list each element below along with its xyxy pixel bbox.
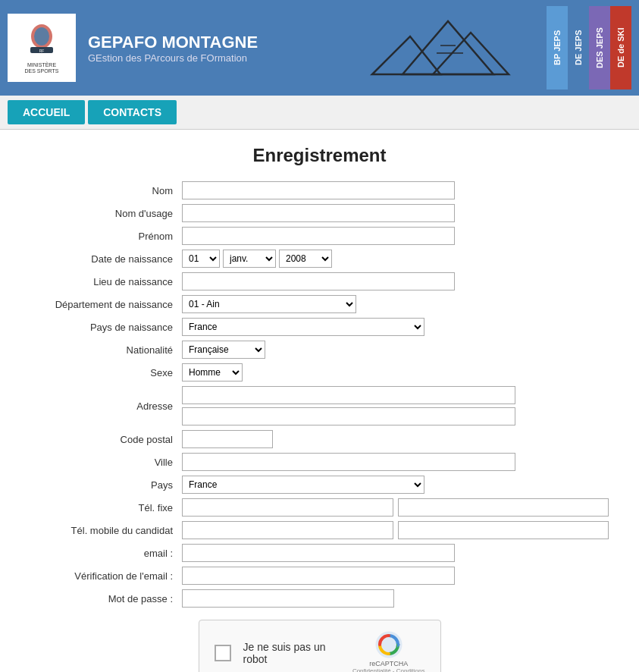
select-pays-naissance[interactable]: France Allemagne Belgique Espagne Italie… [182,318,424,336]
input-lieu-naissance[interactable] [182,272,455,290]
contacts-button[interactable]: CONTACTS [88,100,177,124]
ctrl-email [182,544,609,562]
label-prenom: Prénom [30,231,182,242]
captcha-checkbox[interactable] [215,645,231,661]
label-lieu-naissance: Lieu de naissance [30,276,182,287]
accueil-button[interactable]: ACCUEIL [8,100,85,124]
label-nom: Nom [30,185,182,196]
ministry-line2: DES SPORTS [25,68,59,74]
ctrl-prenom [182,227,609,245]
captcha-logo-area: reCAPTCHA Confidentialité - Conditions [352,631,425,672]
select-day[interactable]: 0102030405 0607080910 1112131415 1617181… [182,250,220,268]
label-pays: Pays [30,479,182,491]
input-prenom[interactable] [182,227,455,245]
page-title: Enregistrement [30,145,609,166]
input-tel-mobile-2[interactable] [398,521,609,539]
input-tel-fixe-2[interactable] [398,498,609,517]
input-tel-mobile-1[interactable] [182,521,393,539]
select-month[interactable]: janv.févr.marsavr. maijuinjuil.août sept… [223,250,276,268]
label-pays-naissance: Pays de naissance [30,322,182,333]
input-ville[interactable] [182,453,515,471]
captcha-box: Je ne suis pas un robot reCAPTCHA Confid… [199,620,441,672]
row-nom: Nom [30,181,609,199]
mountain-graphic [349,14,547,82]
label-tel-mobile: Tél. mobile du candidat [30,525,182,536]
header: RF MINISTÈRE DES SPORTS GEPAFO MONTAGNE … [0,0,639,96]
select-nationalite[interactable]: Française Allemande Belge Espagnole Ital… [182,341,265,359]
label-dept-naissance: Département de naissance [30,299,182,310]
tab-de-jeps[interactable]: DE JEPS [568,6,589,89]
row-tel-fixe: Tél. fixe [30,498,609,517]
navigation: ACCUEIL CONTACTS [0,96,639,130]
app-subtitle: GEstion des PArcours de FOrmation [88,52,349,64]
input-tel-fixe-1[interactable] [182,498,393,517]
label-verif-email: Vérification de l'email : [30,570,182,582]
ctrl-tel-mobile [182,521,609,539]
svg-text:RF: RF [39,49,45,53]
input-email[interactable] [182,544,455,562]
input-code-postal[interactable] [182,430,273,448]
ctrl-adresse [182,386,609,425]
mountain-svg [357,14,539,82]
tab-bp-jeps[interactable]: BP JEPS [547,6,568,89]
label-tel-fixe: Tél. fixe [30,502,182,513]
ctrl-code-postal [182,430,609,448]
row-pays-naissance: Pays de naissance France Allemagne Belgi… [30,318,609,336]
input-adresse2[interactable] [182,407,515,425]
row-password: Mot de passe : [30,589,609,608]
row-ville: Ville [30,453,609,471]
ctrl-password [182,589,609,608]
ctrl-nationalite: Française Allemande Belge Espagnole Ital… [182,341,609,359]
ministry-line1: MINISTÈRE [27,62,56,68]
captcha-brand: reCAPTCHA [369,660,408,667]
tab-de-ski[interactable]: DE de SKI [610,6,631,89]
row-code-postal: Code postal [30,430,609,448]
label-sexe: Sexe [30,367,182,378]
svg-marker-4 [403,21,493,74]
captcha-label: Je ne suis pas un robot [243,641,340,665]
ctrl-sexe: Homme Femme [182,363,609,382]
row-pays: Pays France Allemagne Belgique Espagne I… [30,476,609,494]
header-tabs: BP JEPS DE JEPS DES JEPS DE de SKI [547,6,631,89]
row-date-naissance: Date de naissance 0102030405 0607080910 … [30,250,609,268]
input-adresse1[interactable] [182,386,515,404]
input-nom[interactable] [182,181,455,199]
tab-des-jeps[interactable]: DES JEPS [589,6,610,89]
date-row: 0102030405 0607080910 1112131415 1617181… [182,250,609,268]
select-year[interactable]: 2008200720062005 2004200320022001 200019… [279,250,332,268]
row-sexe: Sexe Homme Femme [30,363,609,382]
label-adresse: Adresse [30,400,182,412]
label-nom-usage: Nom d'usage [30,208,182,219]
ctrl-lieu-naissance [182,272,609,290]
main-content: Enregistrement Nom Nom d'usage Prénom Da… [0,130,639,672]
ctrl-pays: France Allemagne Belgique Espagne Italie… [182,476,609,494]
input-nom-usage[interactable] [182,204,455,222]
phone-mobile-row [182,521,609,539]
row-email: email : [30,544,609,562]
row-adresse: Adresse [30,386,609,425]
app-title-block: GEPAFO MONTAGNE GEstion des PArcours de … [88,33,349,64]
republic-emblem: RF [23,21,61,59]
label-password: Mot de passe : [30,593,182,604]
row-nationalite: Nationalité Française Allemande Belge Es… [30,341,609,359]
ctrl-verif-email [182,567,609,585]
label-email: email : [30,548,182,559]
ctrl-dept-naissance: 01 - Ain 02 - Aisne 03 - Allier 04 - Alp… [182,295,609,313]
select-pays[interactable]: France Allemagne Belgique Espagne Italie… [182,476,424,494]
row-lieu-naissance: Lieu de naissance [30,272,609,290]
ctrl-date-naissance: 0102030405 0607080910 1112131415 1617181… [182,250,609,268]
ctrl-nom [182,181,609,199]
row-dept-naissance: Département de naissance 01 - Ain 02 - A… [30,295,609,313]
ctrl-pays-naissance: France Allemagne Belgique Espagne Italie… [182,318,609,336]
ctrl-nom-usage [182,204,609,222]
label-ville: Ville [30,457,182,468]
select-dept[interactable]: 01 - Ain 02 - Aisne 03 - Allier 04 - Alp… [182,295,356,313]
svg-point-1 [34,27,49,46]
input-verif-email[interactable] [182,567,455,585]
input-password[interactable] [182,589,394,608]
app-title: GEPAFO MONTAGNE [88,33,349,52]
phone-fixe-row [182,498,609,517]
logo: RF MINISTÈRE DES SPORTS [8,14,76,82]
select-sexe[interactable]: Homme Femme [182,363,243,382]
row-nom-usage: Nom d'usage [30,204,609,222]
